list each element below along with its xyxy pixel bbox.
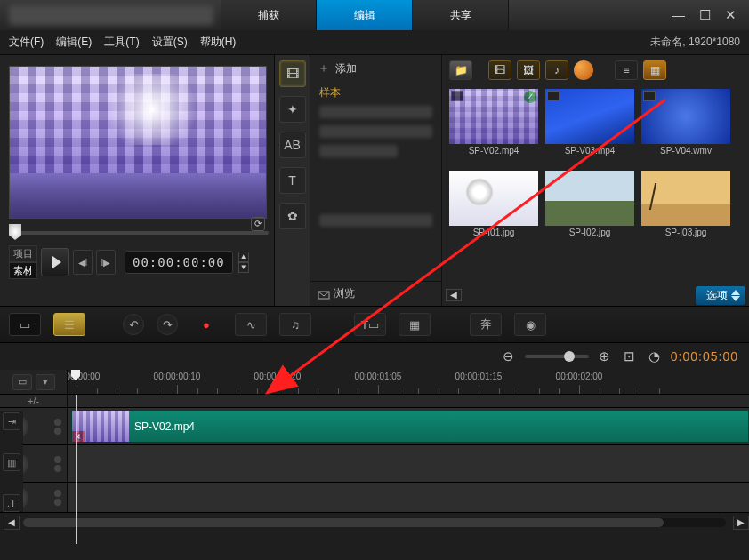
preview-timecode: 00:00:00:00 [125, 251, 233, 274]
project-duration: 0:00:05:00 [671, 349, 738, 364]
subtitle-button[interactable]: ◉ [514, 313, 546, 336]
menu-file[interactable]: 文件(F) [9, 35, 44, 50]
thumb-label: SP-I02.jpg [545, 228, 634, 237]
hscroll-left[interactable]: ◀ [4, 516, 20, 530]
folder-item-blurred[interactable] [319, 214, 432, 227]
timeline: ▭ ▾ 00:00:00:0000:00:00:1000:00:00:2000:… [0, 370, 749, 532]
clip-name-label: SP-V02.mp4 [134, 411, 748, 443]
add-folder-button[interactable]: ＋ 添加 [310, 55, 441, 82]
open-folder-icon[interactable]: 📁 [449, 60, 472, 80]
title-track-button[interactable]: T▭ [354, 313, 386, 336]
tab-capture[interactable]: 捕获 [221, 0, 317, 30]
fit-project-button[interactable]: ⊡ [621, 348, 639, 365]
motion-button[interactable]: 奔 [470, 313, 502, 336]
timeline-scrollbar: ◀ ▶ [0, 513, 749, 532]
browse-label: 浏览 [334, 286, 355, 301]
browse-button[interactable]: 浏览 [310, 281, 441, 306]
play-button[interactable] [41, 248, 69, 276]
time-ruler[interactable]: 00:00:00:0000:00:00:1000:00:00:2000:00:0… [68, 370, 749, 394]
check-icon: ✓ [524, 91, 536, 103]
close-button[interactable]: ✕ [725, 7, 737, 23]
filter-video-icon[interactable]: 🎞 [488, 60, 511, 80]
sample-folder[interactable]: 样本 [310, 82, 441, 102]
maximize-button[interactable]: ☐ [699, 7, 711, 23]
overlay-track-body[interactable] [68, 445, 749, 482]
timeline-view-button[interactable]: ☰ [53, 313, 85, 336]
window-controls: — ☐ ✕ [672, 7, 749, 23]
project-info: 未命名, 1920*1080 [650, 35, 740, 50]
title-bar: 捕获 编辑 共享 — ☐ ✕ [0, 0, 749, 30]
timeline-toolbar: ▭ ☰ ↶ ↷ ● ∿ ♫ T▭ ▦ 奔 ◉ [0, 306, 749, 343]
prev-frame-button[interactable]: ◀I [73, 250, 93, 275]
audio-mixer-button[interactable]: ∿ [235, 313, 267, 336]
tc-up[interactable]: ▲ [238, 252, 249, 262]
library-thumb[interactable]: SP-V03.mp4 [545, 89, 634, 165]
library-thumb[interactable]: SP-V04.wmv [641, 89, 730, 165]
redo-button[interactable]: ↷ [157, 314, 178, 335]
video-badge-icon [643, 91, 656, 101]
overlay-track: ⦿ [0, 445, 749, 483]
zoom-slider[interactable] [525, 355, 589, 358]
clock-icon: ◔ [646, 348, 664, 365]
text-track-icon[interactable]: .T [3, 494, 20, 512]
seek-handle[interactable] [9, 224, 21, 240]
zoom-in-button[interactable]: ⊕ [596, 348, 614, 365]
record-button[interactable]: ● [190, 313, 222, 336]
hscroll-track[interactable] [23, 518, 726, 527]
tc-down[interactable]: ▼ [238, 262, 249, 273]
preview-monitor[interactable] [9, 66, 267, 219]
overlay-manager-icon[interactable]: ▥ [3, 453, 20, 471]
thumb-label: SP-I03.jpg [641, 228, 730, 237]
hscroll-thumb[interactable] [23, 518, 664, 527]
library-thumb[interactable]: ✓SP-V02.mp4 [449, 89, 538, 165]
folder-item-blurred[interactable] [319, 145, 398, 157]
title-track-body[interactable] [68, 483, 749, 512]
scroll-left-button[interactable]: ◀ [446, 289, 462, 301]
mode-project[interactable]: 项目 [9, 245, 37, 262]
libtab-text-icon[interactable]: T [279, 167, 306, 194]
thumb-label: SP-I01.jpg [449, 228, 538, 237]
auto-music-button[interactable]: ♫ [279, 313, 311, 336]
multitrack-button[interactable]: ▦ [399, 313, 431, 336]
filter-image-icon[interactable]: 🖼 [517, 60, 540, 80]
libtab-title-icon[interactable]: AB [279, 132, 306, 158]
menu-settings[interactable]: 设置(S) [152, 35, 188, 50]
zoom-out-button[interactable]: ⊖ [500, 348, 518, 365]
library-tree: ＋ 添加 样本 浏览 [310, 55, 442, 306]
track-manager-button[interactable]: ▭ [12, 374, 32, 390]
title-track: T [0, 483, 749, 513]
tab-share[interactable]: 共享 [413, 0, 509, 30]
video-badge-icon [451, 91, 463, 101]
folder-item-blurred[interactable] [319, 106, 432, 118]
eye-all-button[interactable]: ▾ [36, 374, 55, 390]
library-thumb[interactable]: SP-I03.jpg [641, 171, 730, 247]
filter-fx-icon[interactable] [574, 60, 593, 80]
seek-bar[interactable]: ⟳ [9, 226, 269, 240]
expand-toggle[interactable]: +/- [0, 395, 68, 407]
view-grid-icon[interactable]: ▦ [643, 60, 666, 80]
folder-item-blurred[interactable] [319, 125, 432, 138]
storyboard-view-button[interactable]: ▭ [9, 313, 41, 336]
library-thumb[interactable]: SP-I01.jpg [449, 171, 538, 247]
next-frame-button[interactable]: I▶ [96, 250, 116, 275]
undo-button[interactable]: ↶ [123, 314, 144, 335]
video-track-body[interactable]: 🔇 SP-V02.mp4 [68, 408, 749, 444]
library-toolbar: 📁 🎞 🖼 ♪ ≡ ▦ [442, 55, 749, 85]
loop-icon[interactable]: ⟳ [251, 217, 265, 231]
ripple-edit-icon[interactable]: ⇥ [3, 412, 20, 430]
libtab-media-icon[interactable]: 🎞 [279, 60, 306, 87]
menu-help[interactable]: 帮助(H) [200, 35, 237, 50]
menu-edit[interactable]: 编辑(E) [56, 35, 92, 50]
library-thumb[interactable]: SP-I02.jpg [545, 171, 634, 247]
filter-audio-icon[interactable]: ♪ [545, 60, 568, 80]
menu-tools[interactable]: 工具(T) [104, 35, 139, 50]
minimize-button[interactable]: — [672, 7, 685, 23]
mode-clip[interactable]: 素材 [9, 262, 37, 279]
libtab-graphic-icon[interactable]: ✿ [279, 203, 306, 229]
video-clip[interactable]: 🔇 SP-V02.mp4 [71, 410, 749, 443]
libtab-fx-icon[interactable]: ✦ [279, 96, 306, 123]
options-button[interactable]: 选项 [696, 286, 745, 305]
hscroll-right[interactable]: ▶ [733, 516, 749, 530]
tab-edit[interactable]: 编辑 [317, 0, 413, 30]
view-list-icon[interactable]: ≡ [615, 60, 638, 80]
